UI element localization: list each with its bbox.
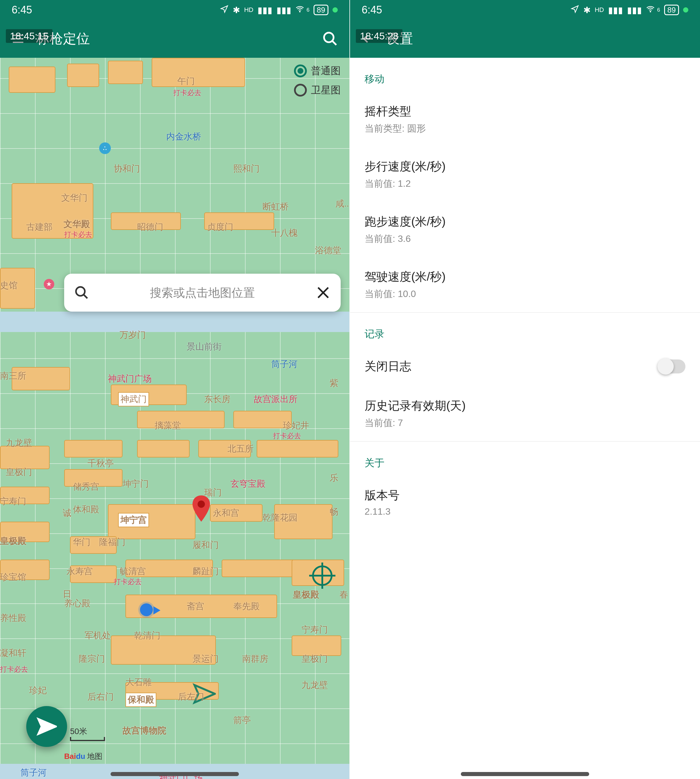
map-label: 景山前街	[187, 341, 222, 353]
map-label: 紫	[330, 377, 338, 389]
map-label: 养心殿	[64, 597, 90, 609]
my-location-icon[interactable]	[140, 603, 153, 616]
map-label-punch: 打卡必去	[64, 230, 92, 239]
settings-list[interactable]: 移动 摇杆类型 当前类型: 圆形 步行速度(米/秒) 当前值: 1.2 跑步速度…	[350, 58, 700, 779]
wifi-icon: 6	[646, 5, 660, 15]
map-label: 千秋亭	[88, 457, 114, 469]
map-label: 乾清门	[134, 630, 160, 642]
setting-log-off[interactable]: 关闭日志	[350, 347, 700, 386]
map-label: 永寿宫	[67, 565, 93, 577]
map-label: 东长房	[204, 393, 230, 405]
map-label: 箭亭	[233, 714, 251, 726]
map-label: 诚	[63, 507, 72, 519]
status-icons: ✱ HD ▮▮▮ ▮▮▮ 6 89	[220, 5, 338, 15]
map-label: 故宫博物院	[122, 725, 166, 737]
timestamp-overlay: 18:45:15	[6, 29, 52, 43]
map-label: 畅	[330, 506, 338, 518]
setting-drive-speed[interactable]: 驾驶速度(米/秒) 当前值: 10.0	[350, 257, 700, 312]
search-placeholder: 搜索或点击地图位置	[89, 285, 316, 301]
map-label-punch: 打卡必去	[0, 665, 28, 674]
map-label: 九龙壁	[6, 437, 32, 449]
map-label: 南群房	[242, 653, 268, 665]
status-bar: 6:45 ✱ HD ▮▮▮ ▮▮▮ 6 89	[350, 0, 700, 20]
map-label: 十八槐	[271, 227, 298, 239]
search-icon	[74, 285, 89, 300]
map-label: 皇极门	[6, 466, 32, 478]
setting-run-speed[interactable]: 跑步速度(米/秒) 当前值: 3.6	[350, 202, 700, 257]
map-label: 万岁门	[120, 329, 146, 341]
section-record: 记录	[350, 313, 700, 347]
map-label: 熙和门	[233, 163, 260, 175]
map-type-normal-label: 普通图	[311, 64, 341, 78]
map-label: 神武门	[118, 392, 149, 406]
setting-version[interactable]: 版本号 2.11.3	[350, 475, 700, 529]
setting-joystick[interactable]: 摇杆类型 当前类型: 圆形	[350, 92, 700, 147]
setting-walk-speed[interactable]: 步行速度(米/秒) 当前值: 1.2	[350, 147, 700, 202]
setting-title: 驾驶速度(米/秒)	[365, 269, 685, 285]
signal-icon-1: ▮▮▮	[608, 5, 623, 15]
amenity-icon[interactable]: ⛬	[99, 142, 111, 154]
map-label: 断虹桥	[262, 201, 289, 213]
map-label: 昭德门	[137, 221, 163, 233]
map-label: 摛藻堂	[155, 420, 181, 432]
map-label: 珍宝馆	[0, 571, 26, 583]
map-type-satellite[interactable]: 卫星图	[294, 83, 341, 97]
timestamp-overlay: 18:45:28	[356, 29, 402, 43]
battery-level: 89	[664, 5, 679, 15]
map-label: 咸...	[335, 198, 349, 210]
wifi-icon: 6	[295, 5, 310, 15]
svg-point-3	[198, 500, 205, 508]
section-move: 移动	[350, 58, 700, 92]
screen-map: 6:45 ✱ HD ▮▮▮ ▮▮▮ 6 89 标枪定位 18:45:15	[0, 0, 350, 779]
section-about: 关于	[350, 442, 700, 475]
map-label: 文华殿	[63, 218, 90, 230]
setting-sub: 2.11.3	[365, 506, 685, 517]
setting-title: 摇杆类型	[365, 103, 685, 119]
map-label: 内金水桥	[166, 131, 201, 143]
map-label: 皇极殿	[0, 535, 26, 547]
map-canvas[interactable]: 普通图 卫星图 ⛬ ★ 搜索或点击地图位置	[0, 58, 349, 779]
map-pin-icon[interactable]	[192, 495, 210, 522]
setting-sub: 当前类型: 圆形	[365, 122, 685, 135]
radio-unselected-icon	[294, 84, 307, 97]
map-label-punch: 打卡必去	[173, 88, 201, 97]
crosshair-icon[interactable]	[312, 565, 332, 586]
status-clock: 6:45	[362, 4, 382, 16]
signal-icon-1: ▮▮▮	[258, 5, 272, 15]
map-label: 体和殿	[73, 504, 99, 515]
map-label: 毓清宫	[120, 565, 146, 577]
setting-title: 历史记录有效期(天)	[365, 398, 685, 414]
setting-sub: 当前值: 7	[365, 417, 685, 429]
setting-history-days[interactable]: 历史记录有效期(天) 当前值: 7	[350, 386, 700, 441]
svg-point-2	[76, 287, 85, 296]
map-label: 瑞门	[204, 487, 222, 499]
map-label: 保和殿	[125, 693, 156, 707]
send-fab[interactable]	[26, 706, 67, 747]
map-label: 古建部	[26, 221, 52, 233]
map-type-normal[interactable]: 普通图	[294, 64, 341, 78]
screen-settings: 6:45 ✱ HD ▮▮▮ ▮▮▮ 6 89 设置 18:45:28 移动 摇杆	[350, 0, 700, 779]
toggle-off[interactable]	[657, 359, 685, 374]
map-label: 筒子河	[20, 767, 47, 779]
battery-level: 89	[313, 5, 328, 15]
map-type-selector: 普通图 卫星图	[294, 64, 341, 97]
status-bar: 6:45 ✱ HD ▮▮▮ ▮▮▮ 6 89	[0, 0, 349, 20]
search-pill[interactable]: 搜索或点击地图位置	[64, 274, 341, 312]
nav-handle[interactable]	[461, 772, 589, 776]
map-label: 协和门	[114, 163, 140, 175]
nav-handle[interactable]	[110, 772, 239, 776]
search-icon[interactable]	[320, 28, 341, 49]
map-type-satellite-label: 卫星图	[311, 83, 341, 97]
setting-sub: 当前值: 3.6	[365, 232, 685, 245]
map-label: 故宫派出所	[254, 393, 298, 405]
map-label: 北五所	[228, 443, 254, 455]
map-label: 隆宗门	[79, 653, 105, 665]
map-label: 珍妃	[29, 684, 47, 696]
map-label: 麟趾门	[192, 565, 219, 577]
map-label: 景运门	[192, 653, 219, 665]
map-label: 皇极殿	[293, 589, 319, 601]
setting-title: 关闭日志	[365, 358, 411, 374]
favorite-star-icon[interactable]: ★	[44, 279, 54, 289]
close-icon[interactable]	[316, 285, 331, 300]
map-label: 养性殿	[0, 612, 26, 624]
